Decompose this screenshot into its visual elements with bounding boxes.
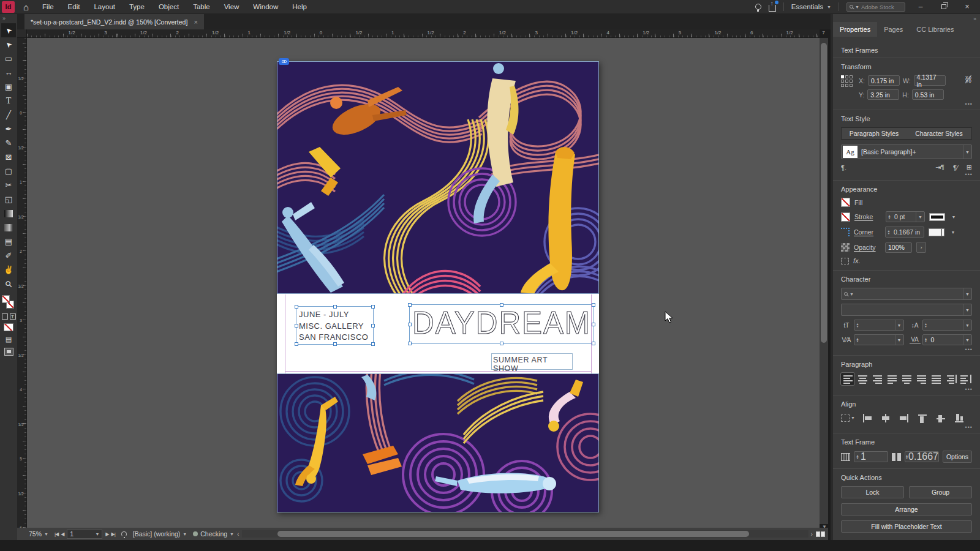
paragraph-justify-left[interactable] — [885, 373, 899, 385]
selection-handle[interactable] — [500, 303, 503, 307]
learn-icon[interactable] — [755, 4, 761, 10]
w-field[interactable]: 4.1317 in — [914, 75, 946, 86]
selection-handle[interactable] — [592, 303, 595, 307]
align-center-h-button[interactable] — [880, 413, 892, 423]
arrange-button[interactable]: Arrange — [841, 503, 972, 515]
paragraph-justify-all[interactable] — [929, 373, 943, 385]
free-transform-tool[interactable]: ◱ — [1, 192, 16, 206]
object-effects-icon[interactable] — [841, 258, 849, 264]
selection-handle[interactable] — [333, 305, 337, 309]
content-collector-tool[interactable]: ▣ — [1, 80, 16, 94]
menu-item[interactable]: Type — [129, 3, 145, 10]
menu-item[interactable]: Window — [253, 3, 278, 10]
gap-tool[interactable]: ↔ — [1, 66, 16, 80]
page-tool[interactable]: ▭ — [1, 51, 16, 66]
columns-stepper[interactable]: ▲▼ — [854, 454, 861, 459]
stroke-label[interactable]: Stroke — [854, 213, 881, 220]
stroke-color-swatch[interactable] — [841, 212, 850, 222]
menu-item[interactable]: Help — [292, 3, 307, 10]
vertical-ruler[interactable]: 1/201/211/221/231/241/251/26 — [17, 38, 27, 528]
corner-radius-stepper[interactable]: ▲▼ — [886, 230, 892, 234]
paragraph-style-select[interactable]: Ag [Basic Paragraph]+ ▼ — [841, 144, 972, 159]
direct-selection-tool[interactable]: ➤ — [1, 37, 16, 51]
leading-select[interactable]: ▲▼ ▼ — [922, 320, 973, 331]
paragraph-more-options[interactable]: ••• — [965, 386, 973, 392]
eyedropper-tool[interactable]: ✐ — [1, 249, 16, 263]
transform-more-options[interactable]: ••• — [965, 101, 973, 107]
address-text-frame[interactable]: JUNE - JULY MISC. GALLERY SAN FRANCISCO — [296, 306, 374, 345]
preflight-profile-select[interactable]: [Basic] (working) ▼ — [130, 530, 190, 538]
stroke-weight-stepper[interactable]: ▲▼ — [886, 214, 892, 219]
paragraph-align-center[interactable] — [856, 373, 869, 385]
chevron-down-icon[interactable]: ▼ — [949, 227, 957, 238]
home-icon[interactable]: ⌂ — [23, 2, 29, 12]
align-bottom-button[interactable] — [953, 413, 965, 423]
indesign-logo-icon[interactable]: Id — [2, 1, 15, 13]
minimize-button[interactable]: – — [913, 2, 929, 11]
chevron-down-icon[interactable]: ▼ — [949, 211, 958, 222]
pencil-tool[interactable]: ✎ — [1, 136, 16, 150]
ruler-origin-corner[interactable] — [17, 29, 27, 38]
formatting-text-button[interactable]: T — [10, 313, 16, 320]
group-button[interactable]: Group — [909, 486, 972, 498]
preflight-icon[interactable] — [121, 531, 127, 537]
close-tab-icon[interactable]: × — [194, 18, 197, 26]
selection-tool[interactable]: ➤ — [1, 23, 16, 37]
selection-handle[interactable] — [371, 342, 375, 346]
paragraph-justify-center[interactable] — [900, 373, 913, 385]
x-field[interactable]: 0.175 in — [868, 75, 900, 86]
vertical-scrollbar-thumb[interactable] — [821, 43, 827, 343]
lock-button[interactable]: Lock — [841, 486, 904, 498]
scroll-left-icon[interactable]: ‹ — [237, 530, 239, 538]
selection-handle[interactable] — [592, 342, 595, 345]
formatting-container-button[interactable] — [2, 313, 8, 320]
align-more-options[interactable]: ••• — [965, 424, 973, 430]
postcard-page[interactable] — [277, 61, 599, 512]
panel-tab[interactable]: CC Libraries — [910, 22, 960, 37]
redefine-style-icon[interactable]: ⇥¶ — [935, 163, 944, 171]
first-page-button[interactable]: |◀ — [55, 531, 58, 537]
new-style-icon[interactable]: ⊞ — [967, 163, 972, 171]
pen-tool[interactable]: ✒ — [1, 122, 16, 136]
horizontal-ruler[interactable]: 1/231/221/211/201/211/221/231/241/251/26… — [27, 29, 820, 38]
preflight-status[interactable]: Checking ▼ — [190, 530, 237, 538]
horizontal-scrollbar[interactable] — [242, 530, 809, 538]
page-number-select[interactable]: 1 ▼ — [67, 530, 102, 539]
gradient-tool[interactable] — [1, 206, 16, 220]
menu-item[interactable]: Layout — [94, 3, 115, 10]
paragraph-align-toward-spine[interactable] — [944, 373, 957, 385]
align-left-button[interactable] — [861, 413, 873, 423]
font-style-select[interactable]: ▼ — [841, 304, 972, 316]
scissors-tool[interactable]: ✂ — [1, 178, 16, 192]
fill-color-swatch[interactable] — [841, 198, 850, 207]
text-frame-options-button[interactable]: Options — [943, 451, 972, 463]
paragraph-justify-right[interactable] — [914, 373, 928, 385]
stock-search[interactable]: ▼ — [846, 2, 905, 12]
font-family-select[interactable]: ▼ ▼ — [841, 288, 972, 300]
spread-view-icon[interactable] — [816, 531, 825, 537]
paragraph-mark-icon[interactable]: ¶. — [841, 164, 846, 171]
subtitle-text-frame[interactable]: SUMMER ART SHOW — [491, 353, 573, 370]
vertical-scrollbar[interactable] — [820, 38, 828, 524]
type-tool[interactable]: T — [1, 94, 16, 108]
view-options-icon[interactable]: ▤ — [6, 335, 12, 343]
link-badge-icon[interactable] — [279, 58, 289, 65]
selection-handle[interactable] — [408, 342, 412, 345]
panel-tab[interactable]: Pages — [877, 22, 910, 37]
align-top-button[interactable] — [916, 413, 929, 423]
menu-item[interactable]: Edit — [68, 3, 80, 10]
gradient-feather-tool[interactable] — [1, 220, 16, 234]
hand-tool[interactable]: ✌ — [1, 263, 16, 277]
workspace-switcher[interactable]: Essentials ▼ — [791, 3, 831, 10]
selection-handle[interactable] — [295, 342, 298, 346]
selection-handle[interactable] — [371, 324, 375, 328]
stroke-weight-value[interactable]: 0 pt — [892, 213, 916, 220]
corner-label[interactable]: Corner — [854, 228, 881, 236]
collapse-tools-icon[interactable]: » — [0, 14, 8, 23]
selection-handle[interactable] — [408, 303, 412, 307]
y-field[interactable]: 3.25 in — [867, 89, 899, 100]
menu-item[interactable]: Table — [193, 3, 210, 10]
note-tool[interactable]: ▤ — [1, 234, 16, 249]
share-icon[interactable] — [769, 5, 776, 12]
title-text-frame[interactable]: DAYDREAM — [409, 304, 594, 344]
